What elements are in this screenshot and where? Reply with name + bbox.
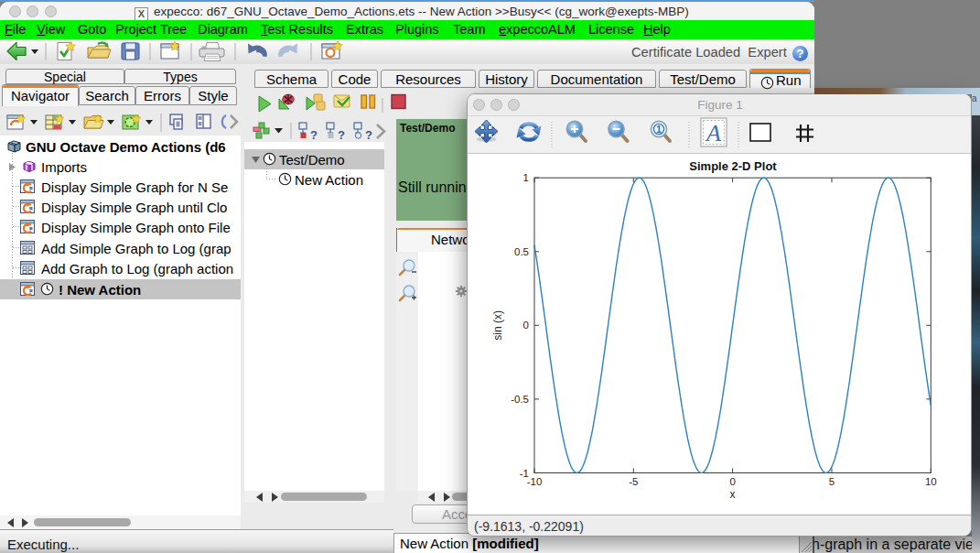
svg-text:0: 0: [523, 320, 529, 331]
svg-text:1: 1: [523, 172, 529, 183]
svg-text:?: ?: [365, 128, 372, 142]
svg-text:-0.5: -0.5: [511, 394, 529, 405]
svg-text:1: 1: [656, 125, 662, 135]
svg-text:x: x: [730, 488, 736, 501]
svg-text:A: A: [705, 120, 721, 146]
svg-text:-1: -1: [520, 468, 529, 479]
svg-text:?: ?: [338, 128, 345, 142]
svg-text:sin (x): sin (x): [491, 310, 504, 341]
svg-text:0: 0: [729, 476, 735, 487]
svg-text:-10: -10: [527, 476, 543, 487]
svg-text:5: 5: [829, 476, 835, 487]
svg-text:10: 10: [925, 476, 937, 487]
svg-text:?: ?: [310, 128, 318, 142]
svg-text:-5: -5: [629, 476, 638, 487]
svg-text:0.5: 0.5: [514, 246, 529, 257]
